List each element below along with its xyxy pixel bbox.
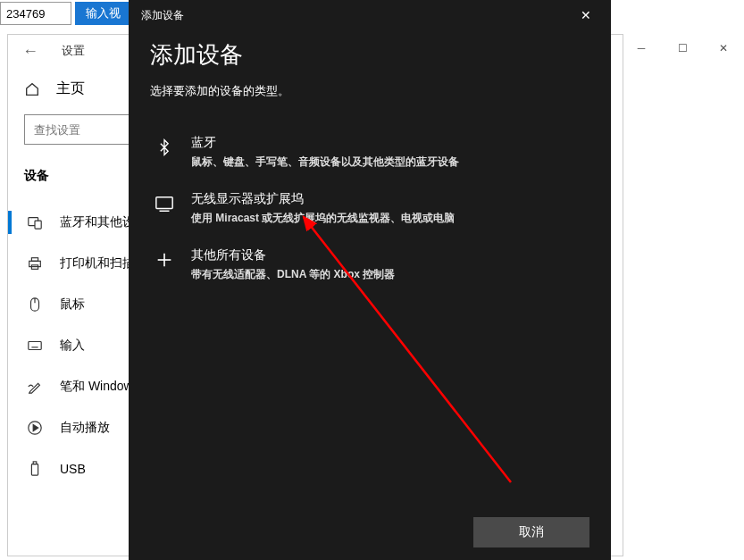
sidebar-item-label: 打印机和扫描 [60, 255, 135, 272]
svg-rect-3 [31, 258, 38, 262]
close-button[interactable]: ✕ [703, 34, 744, 63]
dialog-heading: 添加设备 [150, 39, 589, 71]
sidebar-item-label: 自动播放 [60, 420, 110, 436]
option-title: 其他所有设备 [191, 247, 586, 263]
sidebar-item-label: 输入 [60, 338, 85, 354]
sidebar-item-label: USB [60, 462, 86, 476]
cancel-button[interactable]: 取消 [473, 517, 589, 547]
add-device-dialog: 添加设备 ✕ 添加设备 选择要添加的设备的类型。 蓝牙 鼠标、键盘、手写笔、音频… [129, 0, 611, 560]
option-desc: 鼠标、键盘、手写笔、音频设备以及其他类型的蓝牙设备 [191, 155, 586, 170]
home-icon [24, 81, 40, 97]
pen-icon [26, 378, 44, 396]
svg-rect-1 [35, 221, 41, 229]
dialog-subheading: 选择要添加的设备的类型。 [150, 83, 589, 99]
bluetooth-icon [154, 137, 175, 158]
autoplay-icon [26, 419, 44, 437]
dialog-title: 添加设备 [141, 8, 184, 23]
svg-rect-14 [31, 464, 38, 476]
option-desc: 带有无线适配器、DLNA 等的 Xbox 控制器 [191, 267, 586, 282]
option-title: 蓝牙 [191, 135, 586, 151]
plus-icon [154, 249, 175, 271]
url-input[interactable] [0, 2, 71, 25]
minimize-button[interactable]: ─ [621, 34, 662, 63]
maximize-button[interactable]: ☐ [662, 34, 703, 63]
usb-icon [26, 460, 44, 478]
dialog-titlebar: 添加设备 ✕ [129, 0, 611, 30]
option-wireless-display[interactable]: 无线显示器或扩展坞 使用 Miracast 或无线扩展坞的无线监视器、电视或电脑 [150, 180, 589, 237]
home-label: 主页 [56, 79, 85, 98]
sidebar-item-label: 笔和 Windows [60, 379, 139, 395]
sidebar-item-label: 鼠标 [60, 297, 85, 313]
input-video-button[interactable]: 输入视 [75, 2, 131, 25]
display-icon [154, 193, 175, 214]
sidebar-item-label: 蓝牙和其他设 [60, 214, 135, 230]
option-bluetooth[interactable]: 蓝牙 鼠标、键盘、手写笔、音频设备以及其他类型的蓝牙设备 [150, 124, 589, 180]
option-title: 无线显示器或扩展坞 [191, 191, 586, 207]
svg-rect-15 [33, 462, 37, 464]
option-desc: 使用 Miracast 或无线扩展坞的无线监视器、电视或电脑 [191, 211, 586, 226]
back-arrow-icon[interactable]: ← [15, 42, 46, 61]
dialog-close-icon[interactable]: ✕ [573, 4, 598, 26]
svg-rect-7 [29, 342, 41, 350]
settings-title: 设置 [62, 43, 85, 59]
svg-rect-2 [29, 261, 41, 266]
svg-rect-16 [156, 197, 172, 209]
keyboard-icon [26, 337, 44, 355]
option-everything-else[interactable]: 其他所有设备 带有无线适配器、DLNA 等的 Xbox 控制器 [150, 237, 589, 293]
mouse-icon [26, 296, 44, 313]
printer-icon [26, 255, 44, 272]
bluetooth-device-icon [26, 213, 44, 231]
device-type-list: 蓝牙 鼠标、键盘、手写笔、音频设备以及其他类型的蓝牙设备 无线显示器或扩展坞 使… [150, 124, 589, 293]
window-controls: ─ ☐ ✕ [621, 34, 744, 63]
